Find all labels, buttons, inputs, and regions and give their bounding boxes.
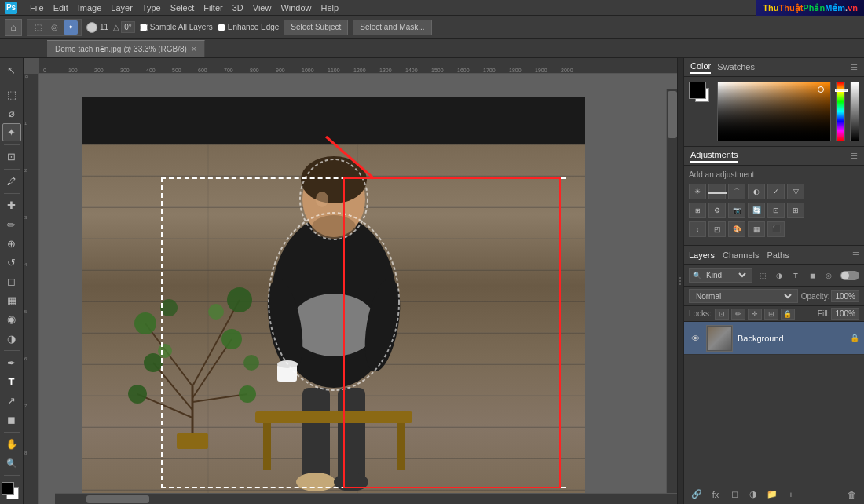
menu-3d[interactable]: 3D	[232, 3, 243, 13]
hue-slider[interactable]	[836, 82, 845, 141]
crop-tool[interactable]: ⊡	[2, 148, 21, 166]
adj-selective-color[interactable]: ⬛	[767, 221, 785, 237]
alpha-slider[interactable]	[850, 82, 859, 141]
adj-levels[interactable]: ▬▬▬	[708, 184, 726, 199]
delete-layer-btn[interactable]: 🗑	[844, 487, 859, 502]
color-gradient-picker[interactable]	[717, 82, 831, 141]
document-tab[interactable]: Demo tách nền.jpg @ 33.3% (RGB/8) ×	[47, 40, 205, 57]
home-button[interactable]: ⌂	[5, 19, 22, 36]
adj-posterize[interactable]: ◰	[708, 221, 726, 237]
adj-brightness-contrast[interactable]: ☀	[689, 184, 706, 199]
quick-select-tool[interactable]: ◎	[47, 20, 61, 35]
blur-tool[interactable]: ◉	[2, 311, 21, 328]
blend-mode-select[interactable]: Normal	[693, 291, 794, 301]
canvas-area[interactable]: 0 100 200 300 400 500 600 700 800 900 10…	[24, 58, 677, 504]
adj-gradient-map[interactable]: ▦	[748, 221, 765, 237]
marquee-tool[interactable]: ⬚	[2, 86, 21, 103]
lasso-tool[interactable]: ⌀	[2, 104, 21, 122]
layers-tab[interactable]: Layers	[689, 250, 715, 260]
move-tool[interactable]: ↖	[2, 61, 21, 79]
enhance-edge-input[interactable]	[218, 24, 225, 31]
adj-color-balance[interactable]: ⚙	[708, 203, 726, 218]
lock-all[interactable]: 🔒	[781, 309, 795, 320]
menu-help[interactable]: Help	[321, 3, 339, 13]
channels-tab[interactable]: Channels	[723, 250, 759, 260]
eraser-tool[interactable]: ◻	[2, 273, 21, 290]
layer-row-background[interactable]: 👁 Background 🔒	[684, 322, 864, 355]
rect-select-tool[interactable]: ⬚	[31, 20, 45, 35]
healing-tool[interactable]: ✚	[2, 197, 21, 214]
lock-transparent-pixels[interactable]: ⊡	[715, 309, 729, 320]
layer-filter-adj[interactable]: ◑	[772, 268, 786, 283]
eyedropper-tool[interactable]: 🖍	[2, 173, 21, 190]
layer-blend-mode[interactable]: Normal	[689, 289, 798, 303]
brush-tool[interactable]: ✏	[2, 216, 21, 233]
layer-filter-pixel[interactable]: ⬚	[756, 268, 770, 283]
foreground-color[interactable]	[689, 82, 706, 99]
hand-tool[interactable]: ✋	[2, 436, 21, 453]
clone-tool[interactable]: ⊕	[2, 235, 21, 252]
adj-threshold[interactable]: 🎨	[728, 221, 745, 237]
layers-panel-menu[interactable]: ☰	[852, 250, 859, 259]
type-tool[interactable]: T	[2, 373, 21, 390]
lock-artboard[interactable]: ⊞	[764, 309, 778, 320]
lock-image-pixels[interactable]: ✏	[731, 309, 745, 320]
select-subject-button[interactable]: Select Subject	[284, 20, 348, 35]
layer-filter-smart[interactable]: ◎	[822, 268, 836, 283]
path-select-tool[interactable]: ↗	[2, 393, 21, 410]
adjustments-panel-menu[interactable]: ☰	[851, 152, 858, 160]
menu-filter[interactable]: Filter	[203, 3, 222, 13]
color-swatches[interactable]	[2, 482, 22, 501]
layer-filter-shape[interactable]: ◼	[805, 268, 819, 283]
sample-all-layers-input[interactable]	[140, 24, 148, 31]
vertical-scrollbar[interactable]	[666, 89, 677, 493]
magic-wand-tool[interactable]: ✦	[64, 20, 78, 35]
new-group-btn[interactable]: 📁	[764, 487, 780, 502]
menu-view[interactable]: View	[253, 3, 272, 13]
shape-tool[interactable]: ◼	[2, 411, 21, 429]
menu-file[interactable]: File	[30, 3, 44, 13]
layer-filter-toggle[interactable]	[840, 271, 859, 280]
menu-select[interactable]: Select	[170, 3, 195, 13]
add-mask-btn[interactable]: ◻	[727, 487, 742, 502]
layer-visibility-eye[interactable]: 👁	[689, 332, 701, 345]
panel-resize-handle[interactable]	[677, 58, 683, 504]
history-brush-tool[interactable]: ↺	[2, 254, 21, 271]
menu-layer[interactable]: Layer	[111, 3, 133, 13]
canvas-content[interactable]	[39, 74, 677, 504]
document-tab-close[interactable]: ×	[192, 45, 196, 53]
quick-select-left-tool[interactable]: ✦	[2, 123, 21, 141]
fill-value[interactable]: 100%	[831, 308, 859, 320]
new-layer-btn[interactable]: +	[783, 487, 799, 502]
menu-window[interactable]: Window	[280, 3, 311, 13]
layer-filter-type[interactable]: T	[789, 268, 803, 283]
select-mask-button[interactable]: Select and Mask...	[353, 20, 431, 35]
lock-position[interactable]: ✛	[748, 309, 762, 320]
enhance-edge-checkbox[interactable]: Enhance Edge	[218, 23, 280, 31]
adj-hsl[interactable]: ⊞	[689, 203, 706, 218]
link-layers-btn[interactable]: 🔗	[689, 487, 705, 502]
dodge-tool[interactable]: ◑	[2, 330, 21, 347]
add-layer-style-btn[interactable]: fx	[708, 487, 723, 502]
angle-value[interactable]: 0°	[121, 21, 135, 33]
sample-all-layers-checkbox[interactable]: Sample All Layers	[140, 23, 213, 31]
adj-check[interactable]: ✓	[767, 184, 785, 199]
color-tab[interactable]: Color	[690, 61, 711, 74]
pen-tool[interactable]: ✒	[2, 354, 21, 371]
vertical-scrollbar-thumb[interactable]	[668, 91, 677, 138]
swatches-tab[interactable]: Swatches	[717, 62, 755, 73]
adj-triangle[interactable]: ▽	[787, 184, 804, 199]
adj-curves[interactable]: ⌒	[728, 184, 745, 199]
foreground-color-swatch[interactable]	[2, 482, 14, 495]
layer-kind-filter[interactable]: 🔍 Kind	[689, 268, 752, 283]
adj-channel-mix[interactable]: ⊡	[767, 203, 785, 218]
adj-color-lookup[interactable]: ⊞	[787, 203, 804, 218]
adj-exposure[interactable]: ◐	[748, 184, 765, 199]
layer-kind-dropdown[interactable]: Kind	[703, 270, 749, 280]
opacity-value[interactable]: 100%	[831, 290, 859, 302]
zoom-tool[interactable]: 🔍	[2, 455, 21, 472]
color-fg-bg-swatches[interactable]	[689, 82, 712, 104]
adj-bw[interactable]: 📷	[728, 203, 745, 218]
new-fill-layer-btn[interactable]: ◑	[745, 487, 761, 502]
paths-tab[interactable]: Paths	[767, 250, 789, 260]
